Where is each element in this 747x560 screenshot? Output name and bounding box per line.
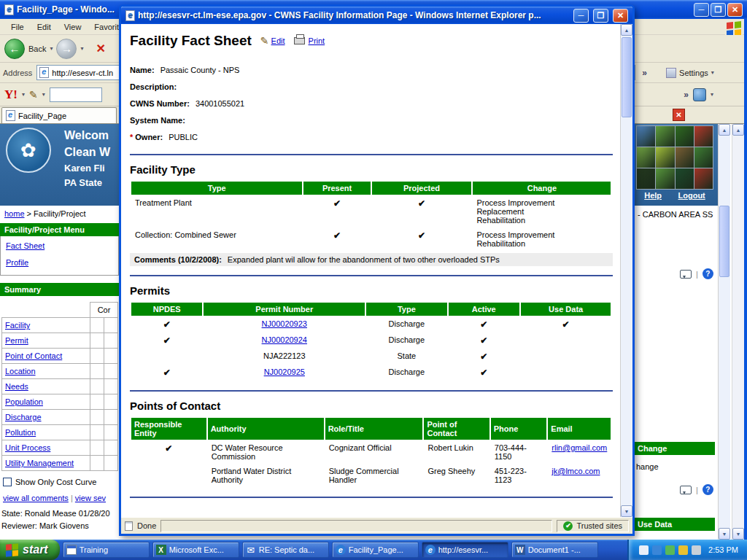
menu-item-view[interactable]: View (58, 21, 88, 33)
close-icon[interactable]: ✕ (613, 9, 628, 23)
sidebar-link[interactable]: Fact Sheet (6, 241, 113, 250)
scroll-up-icon[interactable]: ▲ (621, 24, 632, 36)
comment-icon[interactable] (680, 486, 692, 494)
scroll-up-icon[interactable]: ▲ (719, 124, 730, 136)
scrollbar-thumb[interactable] (719, 206, 729, 277)
scroll-down-icon[interactable]: ▼ (732, 528, 744, 540)
help-icon[interactable]: ? (703, 484, 713, 495)
forward-dropdown-icon[interactable]: ▾ (80, 45, 83, 52)
settings-menu[interactable]: Settings ▾ (666, 68, 714, 78)
scroll-down-icon[interactable]: ▼ (719, 528, 730, 540)
facility-type-section: Facility Type TypePresentProjectedChange… (128, 163, 616, 266)
maximize-icon[interactable]: ❐ (593, 9, 608, 23)
chevron-down-icon[interactable]: ▾ (22, 91, 25, 98)
permit-number-link[interactable]: NJ00020923 (262, 319, 307, 328)
photo-thumbnail[interactable] (676, 126, 694, 147)
taskbar-button[interactable]: ✉RE: Septic da... (242, 542, 329, 558)
overflow-chevron-icon[interactable]: » (684, 90, 689, 100)
tab-facility-page[interactable]: Facility_Page (1, 107, 117, 123)
permit-number-link[interactable]: NJ00020924 (262, 335, 307, 344)
close-icon[interactable]: ✕ (673, 109, 685, 121)
scrollbar-thumb[interactable] (622, 37, 632, 117)
taskbar-button[interactable]: XMicrosoft Exc... (152, 542, 239, 558)
summary-link[interactable]: Population (5, 397, 43, 406)
photo-thumbnail[interactable] (676, 168, 694, 189)
back-dropdown-icon[interactable]: ▾ (50, 45, 53, 52)
photo-thumbnail[interactable] (676, 147, 694, 168)
summary-link[interactable]: Permit (5, 336, 28, 345)
photo-thumbnail[interactable] (656, 147, 674, 168)
yahoo-search-input[interactable] (50, 88, 102, 102)
breadcrumb-home-link[interactable]: home (4, 209, 25, 218)
summary-link[interactable]: Utility Management (5, 459, 74, 467)
summary-table: Cor FacilityPermitPoint of ContactLocati… (1, 302, 118, 471)
print-link[interactable]: Print (309, 36, 325, 45)
email-link[interactable]: rlin@gmail.com (551, 443, 607, 452)
summary-row: Pollution (2, 425, 118, 440)
yahoo-logo[interactable]: Y! (4, 88, 18, 102)
popup-titlebar[interactable]: http://esesvr-ct.lm-ese.epa.gov - CWNS F… (121, 7, 632, 24)
cost-curve-checkbox[interactable] (3, 478, 12, 486)
comment-icon[interactable] (680, 270, 692, 279)
sidebar-link[interactable]: Profile (6, 258, 113, 267)
facility-type-header-row: TypePresentProjectedChange (131, 182, 611, 195)
chevron-down-icon[interactable]: ▾ (711, 91, 713, 98)
pencil-icon[interactable]: ✎ (29, 89, 38, 101)
taskbar-button[interactable]: WDocument1 -... (511, 542, 598, 558)
column-header: Use Data (521, 303, 611, 316)
minimize-icon[interactable]: ─ (694, 3, 709, 17)
help-link[interactable]: Help (644, 191, 662, 200)
summary-link[interactable]: Pollution (5, 428, 36, 437)
permit-number-link[interactable]: NJ0020925 (264, 368, 305, 376)
taskbar-button[interactable]: eFacility_Page... (332, 542, 419, 558)
photo-thumbnail[interactable] (694, 168, 713, 189)
logout-link[interactable]: Logout (678, 191, 705, 200)
scroll-up-icon[interactable]: ▲ (732, 124, 744, 136)
edit-link[interactable]: Edit (271, 36, 285, 45)
photo-thumbnail[interactable] (637, 126, 655, 147)
forward-button[interactable]: → (56, 39, 77, 59)
menu-item-file[interactable]: File (4, 21, 31, 33)
chevron-down-icon[interactable]: ▾ (42, 91, 45, 98)
comments-row: Comments (10/2/2008): Expanded plant wil… (130, 253, 613, 266)
summary-link[interactable]: Location (5, 367, 36, 376)
summary-link[interactable]: Discharge (5, 413, 42, 421)
summary-link[interactable]: Facility (5, 321, 30, 330)
tray-volume-icon[interactable] (692, 545, 701, 555)
photo-thumbnail[interactable] (694, 126, 713, 147)
view-link[interactable]: view sev (75, 494, 106, 502)
authority-cell: Portland Water District Authority (208, 464, 324, 486)
tray-shield-icon[interactable] (678, 545, 688, 555)
view-all-comments-link[interactable]: view all comments (3, 494, 69, 502)
maximize-icon[interactable]: ❐ (711, 3, 726, 17)
taskbar-button[interactable]: ehttp://esesvr... (422, 542, 508, 558)
page-icon (125, 521, 133, 531)
email-link[interactable]: jk@lmco.com (551, 467, 600, 475)
close-icon[interactable]: ✕ (727, 3, 743, 17)
stop-icon[interactable]: ✕ (96, 42, 106, 55)
overflow-chevron-icon[interactable]: » (642, 68, 647, 78)
tray-antivirus-icon[interactable] (665, 545, 675, 555)
popup-scrollbar[interactable]: ▲ ▼ (620, 24, 632, 517)
tray-network-icon[interactable] (652, 545, 662, 555)
globe-icon[interactable] (693, 88, 706, 101)
summary-link[interactable]: Point of Contact (5, 351, 62, 360)
breadcrumb-separator: > (27, 209, 31, 218)
summary-link[interactable]: Unit Process (5, 443, 50, 452)
tray-hide-icon[interactable] (639, 545, 649, 555)
back-button[interactable]: ← (4, 39, 25, 59)
photo-thumbnail[interactable] (637, 168, 655, 189)
photo-thumbnail[interactable] (656, 168, 674, 189)
summary-link[interactable]: Needs (5, 382, 28, 391)
scroll-down-icon[interactable]: ▼ (621, 505, 632, 517)
minimize-icon[interactable]: ─ (573, 9, 589, 23)
start-button[interactable]: start (0, 540, 60, 560)
page-scrollbar[interactable]: ▲ ▼ (718, 124, 730, 540)
photo-thumbnail[interactable] (694, 147, 713, 168)
photo-thumbnail[interactable] (656, 126, 674, 147)
taskbar-button[interactable]: Training (63, 542, 150, 558)
photo-thumbnail[interactable] (637, 147, 655, 168)
window-scrollbar[interactable]: ▲ ▼ (732, 124, 744, 540)
help-icon[interactable]: ? (703, 268, 713, 279)
menu-item-edit[interactable]: Edit (31, 21, 58, 33)
